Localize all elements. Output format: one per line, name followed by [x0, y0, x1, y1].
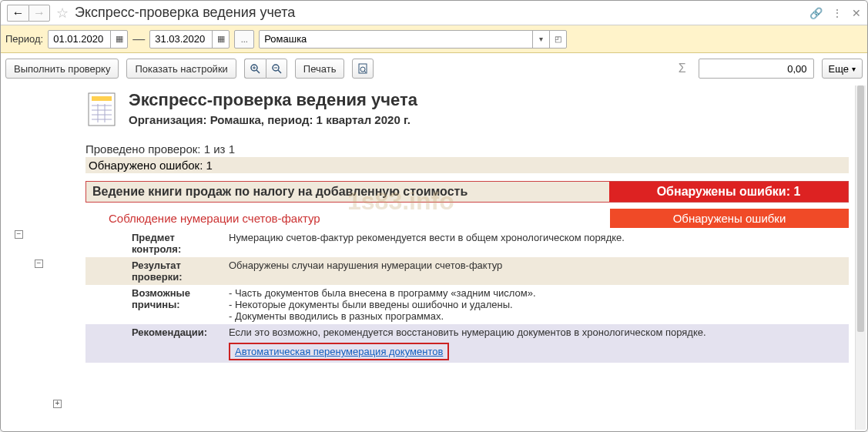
row-label: Результат проверки: [85, 257, 224, 285]
date-from-field[interactable]: ▦ [48, 30, 128, 49]
period-bar: Период: ▦ — ▦ ... ▾ ◰ [1, 25, 867, 53]
sum-field[interactable] [699, 59, 814, 79]
report-content: Экспресс-проверка ведения учета Организа… [1, 84, 867, 431]
dropdown-icon[interactable]: ▾ [532, 31, 549, 48]
period-dash: — [132, 32, 145, 46]
report-title: Экспресс-проверка ведения учета [129, 90, 417, 110]
errors-count: Обнаружено ошибок: 1 [85, 157, 849, 173]
section-title: Ведение книги продаж по налогу на добавл… [86, 182, 609, 202]
more-button[interactable]: Еще▾ [822, 59, 863, 79]
svg-line-5 [278, 70, 281, 73]
link-highlight-box: Автоматическая перенумерация документов [229, 343, 449, 360]
scrollbar[interactable] [855, 85, 866, 430]
section-status-badge: Обнаружены ошибки: 1 [609, 182, 848, 202]
detail-table: Предмет контроля: Нумерацию счетов-факту… [85, 229, 849, 363]
row-label: Возможные причины: [85, 285, 224, 324]
organization-input[interactable] [260, 33, 532, 45]
svg-rect-11 [92, 96, 112, 101]
print-button[interactable]: Печать [295, 59, 345, 79]
nav-forward-button[interactable]: → [28, 5, 50, 22]
link-icon[interactable]: 🔗 [809, 7, 823, 19]
row-value: Нумерацию счетов-фактур рекомендуется ве… [224, 229, 849, 257]
organization-field[interactable]: ▾ ◰ [259, 30, 567, 49]
table-row: Предмет контроля: Нумерацию счетов-факту… [85, 229, 849, 257]
period-label: Период: [5, 33, 43, 45]
date-to-field[interactable]: ▦ [149, 30, 230, 49]
svg-line-1 [256, 70, 260, 73]
toolbar: Выполнить проверку Показать настройки Пе… [1, 53, 867, 84]
svg-line-9 [364, 71, 366, 72]
row-label: Предмет контроля: [85, 229, 224, 257]
report-subtitle: Организация: Ромашка, период: 1 квартал … [129, 113, 417, 126]
report-icon [85, 90, 118, 129]
subsection-status-badge: Обнаружены ошибки [610, 209, 849, 228]
more-vertical-icon[interactable]: ⋮ [832, 7, 843, 19]
row-value: Обнаружены случаи нарушения нумерации сч… [224, 257, 849, 285]
open-dialog-icon[interactable]: ◰ [549, 31, 566, 48]
subsection-title: Соблюдение нумерации счетов-фактур [85, 209, 610, 228]
row-value: - Часть документов была внесена в програ… [224, 285, 849, 324]
window-title: Экспресс-проверка ведения учета [75, 5, 809, 21]
auto-renumber-link[interactable]: Автоматическая перенумерация документов [235, 346, 443, 357]
calendar-icon[interactable]: ▦ [212, 31, 229, 48]
table-row: Рекомендации: Если это возможно, рекомен… [85, 324, 849, 363]
preview-icon[interactable] [352, 59, 374, 79]
titlebar: ← → ☆ Экспресс-проверка ведения учета 🔗 … [1, 1, 867, 25]
row-value: Если это возможно, рекомендуется восстан… [224, 324, 849, 363]
checks-count: Проведено проверок: 1 из 1 [85, 142, 849, 156]
zoom-in-icon[interactable] [244, 59, 266, 79]
table-row: Результат проверки: Обнаружены случаи на… [85, 257, 849, 285]
scrollbar-thumb[interactable] [857, 85, 864, 332]
zoom-out-icon[interactable] [266, 59, 287, 79]
table-row: Возможные причины: - Часть документов бы… [85, 285, 849, 324]
run-check-button[interactable]: Выполнить проверку [5, 59, 119, 79]
row-label: Рекомендации: [85, 324, 224, 363]
close-icon[interactable]: ✕ [852, 7, 861, 19]
subsection-numbering: Соблюдение нумерации счетов-фактур Обнар… [85, 209, 849, 228]
date-to-input[interactable] [150, 33, 212, 45]
period-picker-button[interactable]: ... [234, 30, 254, 49]
section-sales-book: Ведение книги продаж по налогу на добавл… [85, 181, 849, 203]
date-from-input[interactable] [49, 33, 110, 45]
calendar-icon[interactable]: ▦ [110, 31, 127, 48]
show-settings-button[interactable]: Показать настройки [126, 59, 236, 79]
nav-back-button[interactable]: ← [7, 5, 28, 22]
favorite-star-icon[interactable]: ☆ [56, 5, 69, 22]
sigma-icon: Σ [679, 62, 686, 75]
